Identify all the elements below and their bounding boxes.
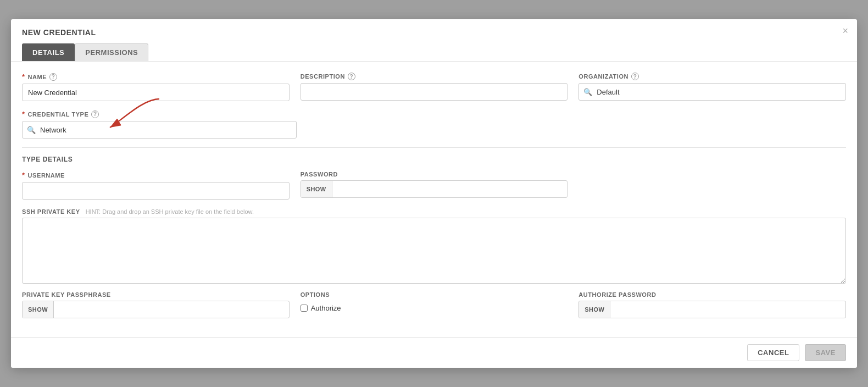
ssh-key-label: SSH PRIVATE KEY	[22, 208, 80, 215]
name-label: * NAME ?	[22, 73, 290, 81]
password-input[interactable]	[332, 181, 567, 197]
authorize-checkbox-label[interactable]: Authorize	[301, 304, 568, 312]
ssh-key-group: SSH PRIVATE KEY HINT: Drag and drop an S…	[22, 208, 846, 284]
row-passphrase-options-auth: PRIVATE KEY PASSPHRASE SHOW OPTIONS Auth…	[22, 291, 846, 318]
modal-footer: CANCEL SAVE	[11, 337, 857, 368]
tab-details[interactable]: DETAILS	[22, 43, 75, 61]
passphrase-show-button[interactable]: SHOW	[23, 301, 54, 318]
tab-permissions[interactable]: PERMISSIONS	[75, 43, 148, 61]
description-group: DESCRIPTION ?	[301, 73, 568, 101]
username-label: * USERNAME	[22, 171, 290, 179]
organization-search-icon: 🔍	[579, 88, 597, 96]
options-group: OPTIONS Authorize	[301, 291, 568, 312]
organization-group: ORGANIZATION ? 🔍	[578, 73, 846, 101]
name-input[interactable]	[22, 84, 290, 101]
save-button[interactable]: SAVE	[805, 344, 846, 361]
name-help-icon[interactable]: ?	[49, 73, 57, 81]
authorize-password-group: AUTHORIZE PASSWORD SHOW	[578, 291, 846, 318]
name-group: * NAME ?	[22, 73, 290, 101]
tab-bar: DETAILS PERMISSIONS	[22, 43, 846, 61]
cancel-button[interactable]: CANCEL	[747, 344, 799, 361]
password-label: PASSWORD	[301, 171, 568, 178]
row-username-password: * USERNAME PASSWORD SHOW	[22, 171, 846, 200]
description-help-icon[interactable]: ?	[348, 73, 355, 80]
password-input-wrapper: SHOW	[301, 180, 568, 198]
modal-title: NEW CREDENTIAL	[22, 28, 846, 37]
new-credential-modal: NEW CREDENTIAL × DETAILS PERMISSIONS * N…	[11, 19, 857, 368]
row-name-desc-org: * NAME ? DESCRIPTION ? ORGANIZATION	[22, 73, 846, 101]
password-group: PASSWORD SHOW	[301, 171, 568, 198]
options-label: OPTIONS	[301, 291, 568, 298]
description-label: DESCRIPTION ?	[301, 73, 568, 80]
modal-header: NEW CREDENTIAL × DETAILS PERMISSIONS	[11, 19, 857, 62]
row-credential-type: * CREDENTIAL TYPE ? 🔍	[22, 110, 846, 139]
ssh-key-textarea[interactable]	[22, 218, 846, 284]
credential-type-label: * CREDENTIAL TYPE ?	[22, 110, 297, 118]
credential-type-search-icon: 🔍	[23, 126, 40, 134]
private-key-passphrase-group: PRIVATE KEY PASSPHRASE SHOW	[22, 291, 290, 318]
organization-input[interactable]	[597, 84, 845, 100]
organization-input-wrapper: 🔍	[578, 83, 846, 101]
username-group: * USERNAME	[22, 171, 290, 200]
authorize-password-label: AUTHORIZE PASSWORD	[578, 291, 846, 298]
type-details-section-title: TYPE DETAILS	[22, 156, 846, 163]
authorize-label: Authorize	[311, 304, 341, 312]
credential-type-group: * CREDENTIAL TYPE ? 🔍	[22, 110, 297, 139]
username-input[interactable]	[22, 182, 290, 200]
authorize-checkbox[interactable]	[301, 305, 308, 312]
authorize-password-input[interactable]	[610, 301, 845, 318]
authorize-password-show-button[interactable]: SHOW	[579, 301, 610, 318]
close-button[interactable]: ×	[842, 26, 848, 36]
authorize-password-wrapper: SHOW	[578, 301, 846, 318]
password-show-button[interactable]: SHOW	[301, 181, 332, 197]
credential-type-help-icon[interactable]: ?	[91, 110, 99, 118]
passphrase-input-wrapper: SHOW	[22, 301, 290, 318]
private-key-passphrase-label: PRIVATE KEY PASSPHRASE	[22, 291, 290, 298]
organization-help-icon[interactable]: ?	[631, 73, 639, 80]
ssh-label-row: SSH PRIVATE KEY HINT: Drag and drop an S…	[22, 208, 846, 215]
type-details-divider	[22, 147, 846, 148]
ssh-key-hint: HINT: Drag and drop an SSH private key f…	[86, 208, 254, 215]
organization-label: ORGANIZATION ?	[578, 73, 846, 80]
modal-body: * NAME ? DESCRIPTION ? ORGANIZATION	[11, 62, 857, 333]
credential-type-input-wrapper: 🔍	[22, 121, 297, 139]
passphrase-input[interactable]	[54, 301, 289, 318]
username-required-star: *	[22, 171, 25, 179]
credential-type-required-star: *	[22, 110, 25, 118]
name-required-star: *	[22, 73, 25, 81]
description-input[interactable]	[301, 83, 568, 101]
credential-type-input[interactable]	[40, 121, 296, 138]
